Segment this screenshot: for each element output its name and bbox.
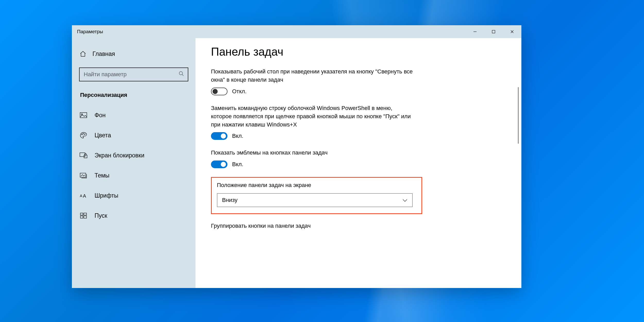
svg-rect-1 (492, 30, 495, 33)
toggle-state-label: Вкл. (232, 133, 243, 139)
minimize-button[interactable] (466, 25, 484, 38)
settings-sidebar: Главная Найти параметр Персонализация (72, 38, 196, 288)
toggle-peek-desktop[interactable] (211, 88, 227, 95)
themes-icon (80, 172, 87, 179)
sidebar-item-fonts[interactable]: AA Шрифты (72, 185, 196, 206)
svg-rect-16 (80, 213, 83, 215)
select-value: Внизу (222, 197, 238, 204)
search-input[interactable]: Найти параметр (79, 67, 188, 81)
search-icon (179, 71, 184, 78)
search-container: Найти параметр (72, 62, 196, 84)
maximize-button[interactable] (484, 25, 503, 38)
svg-text:A: A (83, 193, 86, 199)
window-body: Главная Найти параметр Персонализация (72, 38, 521, 288)
svg-rect-6 (80, 113, 87, 118)
fonts-icon: AA (80, 192, 87, 199)
toggle-state-label: Вкл. (232, 161, 243, 168)
palette-icon (80, 131, 87, 139)
svg-rect-11 (80, 153, 85, 157)
sidebar-item-lockscreen[interactable]: Экран блокировки (72, 145, 196, 165)
sidebar-nav: Фон Цвета Экран блокировки (72, 105, 196, 226)
svg-point-9 (83, 133, 83, 134)
setting-peek-desktop: Показывать рабочий стол при наведении ук… (211, 67, 414, 95)
window-control-buttons (466, 25, 521, 38)
sidebar-item-themes[interactable]: Темы (72, 165, 196, 185)
taskbar-position-select[interactable]: Внизу (217, 193, 413, 207)
highlighted-setting-box: Положение панели задач на экране Внизу (211, 177, 422, 214)
sidebar-item-start[interactable]: Пуск (72, 206, 196, 226)
home-icon (79, 50, 87, 58)
svg-rect-19 (84, 216, 87, 218)
svg-text:A: A (80, 194, 82, 198)
search-placeholder: Найти параметр (84, 71, 126, 78)
sidebar-section-header: Персонализация (72, 84, 196, 104)
setting-powershell: Заменить командную строку оболочкой Wind… (211, 104, 414, 140)
sidebar-item-label: Шрифты (95, 192, 118, 199)
settings-window: Параметры Главная (72, 25, 521, 288)
toggle-badges[interactable] (211, 160, 227, 168)
content-pane: Панель задач Показывать рабочий стол при… (196, 38, 521, 288)
picture-icon (80, 111, 87, 119)
toggle-powershell[interactable] (211, 132, 227, 140)
sidebar-item-label: Цвета (95, 132, 111, 139)
setting-label: Заменить командную строку оболочкой Wind… (211, 104, 414, 129)
chevron-down-icon (402, 197, 408, 204)
window-title: Параметры (72, 29, 103, 35)
page-title: Панель задач (211, 45, 506, 58)
sidebar-home[interactable]: Главная (72, 46, 196, 62)
svg-rect-18 (80, 216, 83, 218)
toggle-state-label: Откл. (232, 88, 247, 95)
svg-line-5 (182, 74, 184, 76)
setting-label: Показывать рабочий стол при наведении ук… (211, 67, 414, 84)
close-button[interactable] (503, 25, 521, 38)
desktop-wallpaper: Параметры Главная (0, 0, 644, 322)
setting-group-buttons: Группировать кнопки на панели задач (211, 222, 414, 230)
svg-point-10 (84, 134, 85, 134)
svg-point-4 (179, 72, 183, 75)
sidebar-home-label: Главная (92, 50, 115, 57)
sidebar-item-background[interactable]: Фон (72, 105, 196, 125)
sidebar-item-label: Пуск (95, 212, 107, 219)
setting-badges: Показать эмблемы на кнопках панели задач… (211, 149, 414, 168)
sidebar-item-colors[interactable]: Цвета (72, 125, 196, 145)
svg-rect-17 (84, 213, 87, 215)
start-icon (80, 212, 87, 219)
sidebar-item-label: Фон (95, 112, 106, 119)
lockscreen-icon (80, 151, 87, 159)
window-titlebar[interactable]: Параметры (72, 25, 521, 38)
taskbar-position-label: Положение панели задач на экране (217, 182, 417, 189)
scrollbar[interactable] (518, 87, 519, 144)
sidebar-item-label: Темы (95, 172, 109, 179)
sidebar-item-label: Экран блокировки (95, 152, 145, 159)
setting-label: Группировать кнопки на панели задач (211, 222, 414, 230)
svg-point-8 (81, 134, 82, 135)
setting-label: Показать эмблемы на кнопках панели задач (211, 149, 414, 157)
